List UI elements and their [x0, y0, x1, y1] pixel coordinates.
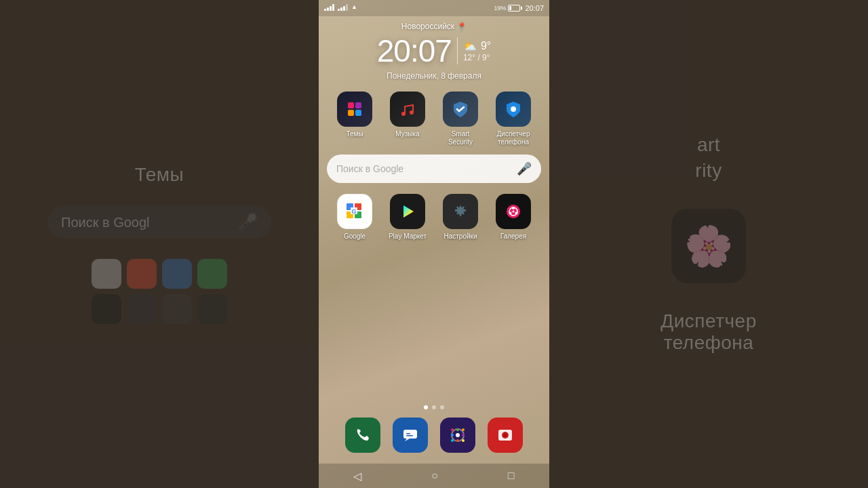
- manager-app-icon: [496, 92, 531, 127]
- app-item-music[interactable]: Музыка: [387, 92, 428, 146]
- svg-point-26: [451, 428, 454, 431]
- search-bar[interactable]: Поиск в Google 🎤: [327, 155, 541, 183]
- play-app-label: Play Маркет: [389, 232, 427, 241]
- app-item-security[interactable]: Smart Security: [440, 92, 481, 146]
- app-item-themes[interactable]: Темы: [334, 92, 375, 146]
- status-icons-left: ▲: [324, 3, 357, 11]
- bg-left-label-1: Темы: [135, 164, 184, 186]
- gallery-app-label: Галерея: [500, 232, 526, 241]
- themes-icon-svg: [345, 100, 364, 119]
- bg-right-label-4: телефона: [664, 332, 754, 354]
- svg-point-32: [451, 439, 454, 442]
- app-item-settings[interactable]: Настройки: [440, 194, 481, 241]
- page-dots: [319, 400, 549, 415]
- svg-point-28: [462, 428, 465, 431]
- svg-rect-21: [403, 430, 417, 439]
- svg-point-34: [456, 433, 460, 437]
- svg-point-20: [513, 211, 515, 213]
- page-dot-1[interactable]: [424, 405, 428, 409]
- google-app-icon: G: [337, 194, 372, 229]
- dock-row: [319, 415, 549, 458]
- svg-point-5: [410, 110, 414, 115]
- svg-point-31: [456, 439, 459, 442]
- bg-right-label-1: art: [697, 134, 720, 156]
- signal-bars-1: [324, 3, 334, 11]
- dock-video[interactable]: [440, 418, 475, 453]
- svg-point-37: [503, 433, 507, 437]
- apps-row-2: G Google: [319, 188, 549, 243]
- location-pin-icon: 📍: [457, 22, 467, 31]
- app-item-manager[interactable]: Диспетчер телефона: [493, 92, 534, 146]
- status-time: 20:07: [525, 4, 544, 12]
- settings-app-icon: [443, 194, 478, 229]
- page-dot-2[interactable]: [432, 405, 436, 409]
- bg-left-panel: Темы Поиск в Googl 🎤: [0, 0, 319, 488]
- svg-rect-24: [406, 435, 413, 436]
- themes-app-icon: [337, 92, 372, 127]
- themes-app-label: Темы: [346, 130, 363, 138]
- location-name: Новороссийск: [401, 22, 454, 31]
- svg-rect-1: [355, 102, 361, 108]
- apps-row-1: Темы Музыка Smart Security: [319, 85, 549, 149]
- dock-area: [319, 415, 549, 464]
- weather-widget: Новороссийск 📍 20:07 ⛅ 9° 12° / 9° Понед…: [319, 16, 549, 85]
- app-item-google[interactable]: G Google: [334, 194, 375, 241]
- svg-point-30: [462, 434, 465, 436]
- svg-point-4: [401, 112, 406, 116]
- settings-icon-svg: [451, 202, 470, 221]
- dock-messages[interactable]: [393, 418, 428, 453]
- page-dot-3[interactable]: [440, 405, 444, 409]
- bg-app-grid: [92, 259, 227, 324]
- app-item-gallery[interactable]: Галерея: [493, 194, 534, 241]
- svg-marker-13: [403, 205, 414, 218]
- app-item-play[interactable]: Play Маркет: [387, 194, 428, 241]
- nav-home[interactable]: ○: [431, 470, 438, 482]
- music-app-icon: [390, 92, 425, 127]
- svg-rect-2: [348, 110, 354, 116]
- nav-recent[interactable]: □: [508, 470, 515, 482]
- svg-rect-3: [355, 110, 361, 116]
- svg-point-29: [451, 434, 454, 436]
- messages-icon-svg: [401, 426, 419, 444]
- nav-back[interactable]: ◁: [353, 470, 361, 483]
- google-app-label: Google: [344, 232, 366, 241]
- time-weather-row: 20:07 ⛅ 9° 12° / 9°: [377, 33, 491, 69]
- weather-info: ⛅ 9° 12° / 9°: [463, 40, 491, 62]
- play-icon-svg: [398, 202, 417, 221]
- bg-mic-icon: 🎤: [237, 213, 258, 232]
- svg-text:G: G: [351, 208, 356, 215]
- svg-point-27: [456, 428, 459, 431]
- status-bar-right: 19% 20:07: [494, 4, 544, 12]
- bg-right-panel: art rity 🌸 Диспетчер телефона: [549, 0, 868, 488]
- gallery-app-icon: [496, 194, 531, 229]
- svg-rect-0: [348, 102, 354, 108]
- search-placeholder: Поиск в Google: [336, 163, 403, 174]
- camera-icon-svg: [496, 426, 514, 444]
- phone-icon-svg: [354, 426, 372, 444]
- dock-camera[interactable]: [488, 418, 523, 453]
- battery-icon: [508, 5, 520, 12]
- dock-phone[interactable]: [345, 418, 380, 453]
- manager-icon-svg: [504, 100, 523, 119]
- percent-text: 19%: [494, 5, 506, 12]
- signal-bars-2: [338, 3, 348, 11]
- music-icon-svg: [398, 100, 417, 119]
- svg-point-18: [515, 212, 518, 215]
- clock-time: 20:07: [377, 33, 452, 69]
- svg-rect-23: [406, 433, 410, 434]
- nav-bar: ◁ ○ □: [319, 464, 549, 488]
- svg-point-6: [511, 106, 516, 112]
- security-icon-svg: [451, 100, 470, 119]
- security-app-icon: [443, 92, 478, 127]
- bg-search-text: Поиск в Googl: [61, 215, 150, 230]
- video-icon-svg: [449, 426, 467, 444]
- weather-temp: ⛅ 9°: [463, 40, 491, 53]
- status-bar: ▲ 19% 20:07: [319, 0, 549, 16]
- svg-point-33: [462, 439, 465, 442]
- mic-icon[interactable]: 🎤: [517, 161, 532, 176]
- date-text: Понедельник, 8 февраля: [387, 71, 481, 81]
- wifi-icon: ▲: [351, 3, 357, 10]
- phone-frame: ▲ 19% 20:07 Новороссийск 📍 20:07 ⛅ 9° 12…: [319, 0, 549, 488]
- bg-right-label-3: Диспетчер: [660, 310, 756, 332]
- security-app-label: Smart Security: [448, 130, 473, 146]
